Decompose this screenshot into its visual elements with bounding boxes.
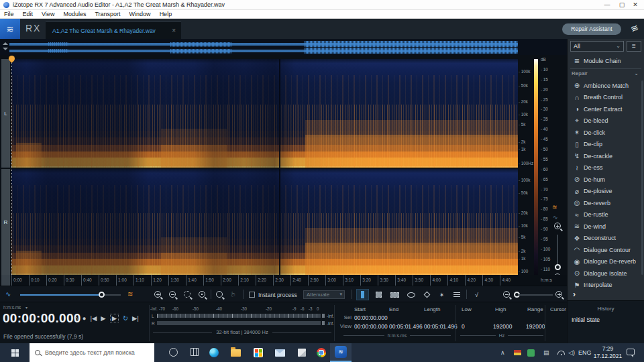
- tray-green-app-icon[interactable]: [527, 349, 535, 357]
- minimize-button[interactable]: —: [600, 0, 614, 10]
- menu-item[interactable]: Help: [160, 11, 172, 17]
- playhead[interactable]: [11, 57, 12, 275]
- lasso-tool[interactable]: [405, 290, 417, 300]
- time-format-label[interactable]: h:m:s.ms: [3, 305, 21, 310]
- tray-keyboard-icon[interactable]: ▤: [543, 349, 549, 356]
- menu-item[interactable]: View: [42, 11, 54, 17]
- module-item[interactable]: ∩ Breath Control: [570, 92, 641, 104]
- tab-close-icon[interactable]: ×: [172, 27, 176, 34]
- zoom-in-button[interactable]: [154, 291, 161, 298]
- spectrogram-left-channel[interactable]: [11, 59, 518, 168]
- hand-tool-button[interactable]: ☞: [229, 291, 237, 297]
- grey-app-icon[interactable]: [298, 349, 306, 357]
- zoom-reset-button[interactable]: [199, 291, 205, 298]
- sidebar-scrollbar[interactable]: [641, 80, 643, 275]
- horizontal-zoom-out-button[interactable]: [503, 291, 510, 298]
- cortana-icon[interactable]: [169, 348, 178, 357]
- overview-collapse-icon[interactable]: [2, 42, 9, 52]
- repair-assistant-button[interactable]: Repair Assistant: [562, 23, 621, 35]
- instant-process-checkbox[interactable]: [249, 292, 255, 298]
- spectrogram-view-icon[interactable]: ≋: [552, 204, 557, 210]
- module-item[interactable]: ⊘ De-hum: [570, 174, 641, 186]
- zoom-out-button[interactable]: [169, 291, 176, 298]
- level-meters[interactable]: -Inf. -70 -60 -50 -40 -30 -20 -9 -6 -3 0…: [149, 302, 335, 344]
- zoom-selection-button[interactable]: [184, 291, 191, 298]
- module-item[interactable]: ↯ De-crackle: [570, 150, 641, 162]
- view-length-value[interactable]: 00:05:01.496: [424, 323, 458, 330]
- module-item[interactable]: ▯ De-clip: [570, 139, 641, 151]
- view-high-value[interactable]: 192000: [493, 323, 512, 330]
- module-chain-item[interactable]: ≣ Module Chain: [570, 55, 643, 66]
- module-item[interactable]: ✶ De-click: [570, 127, 641, 139]
- menu-item[interactable]: Edit: [23, 11, 34, 17]
- clock[interactable]: 7:29 17.12.2021: [592, 345, 624, 360]
- tray-flag-icon[interactable]: [514, 350, 521, 355]
- blend-slider[interactable]: [20, 294, 121, 296]
- playhead-time-display[interactable]: 00:00:00.000: [3, 311, 81, 326]
- horizontal-zoom-in-button[interactable]: [555, 291, 562, 298]
- maximize-button[interactable]: ▢: [614, 0, 629, 10]
- vertical-zoom-in-button[interactable]: [554, 223, 561, 229]
- channel-strip-right[interactable]: R: [1, 169, 10, 275]
- module-item[interactable]: ◉ Dialogue De-reverb: [570, 256, 641, 268]
- go-to-start-button[interactable]: |◀: [91, 314, 97, 322]
- expand-modules-chevron[interactable]: ›: [573, 290, 576, 299]
- module-item[interactable]: ≋ De-wind: [570, 221, 641, 233]
- file-explorer-icon[interactable]: [231, 349, 241, 357]
- time-selection-tool[interactable]: [357, 290, 368, 300]
- tray-expand-chevron[interactable]: ∧: [500, 349, 505, 356]
- record-button[interactable]: ●: [83, 314, 87, 322]
- view-range-value[interactable]: 192000: [526, 323, 545, 330]
- frequency-selection-tool[interactable]: [389, 290, 400, 300]
- view-start-value[interactable]: 00:00:00.000: [354, 323, 388, 330]
- blend-slider-handle[interactable]: [99, 292, 105, 298]
- language-indicator[interactable]: ENG: [578, 349, 592, 356]
- taskbar-search[interactable]: [30, 343, 154, 362]
- module-filter-dropdown[interactable]: All ⌄: [570, 41, 624, 52]
- volume-icon[interactable]: ◁): [568, 349, 575, 356]
- channel-strip-left[interactable]: L: [1, 59, 10, 168]
- rx-taskbar-icon-active[interactable]: ≋: [330, 343, 352, 362]
- module-item[interactable]: ◎ De-reverb: [570, 197, 641, 209]
- harmonics-selection-tool[interactable]: [451, 290, 462, 300]
- vertical-zoom-handle[interactable]: [555, 264, 561, 270]
- magnify-tool-button[interactable]: [216, 291, 223, 298]
- waveform-overview[interactable]: [0, 39, 567, 55]
- microsoft-logo-icon[interactable]: [254, 348, 263, 357]
- brush-tool[interactable]: [421, 290, 433, 300]
- process-mode-dropdown[interactable]: Attenuate ▾: [303, 290, 345, 299]
- declick-node-tool[interactable]: √: [471, 290, 482, 300]
- wifi-icon[interactable]: [557, 351, 565, 355]
- history-item[interactable]: Initial State: [572, 316, 644, 323]
- sel-start-value[interactable]: 00:00:00.000: [354, 314, 388, 321]
- monitor-button[interactable]: ∩: [74, 314, 78, 322]
- search-input[interactable]: [45, 349, 152, 356]
- horizontal-zoom-slider[interactable]: [518, 294, 553, 296]
- vertical-zoom-slider[interactable]: [557, 235, 558, 267]
- module-item[interactable]: ⌖ De-bleed: [570, 115, 641, 127]
- menu-item[interactable]: File: [4, 11, 14, 17]
- module-item[interactable]: ⊕ Ambience Match: [570, 80, 641, 92]
- play-button[interactable]: ▶: [101, 314, 105, 322]
- edge-icon[interactable]: [209, 348, 219, 357]
- module-menu-button[interactable]: ≡: [627, 41, 641, 52]
- file-tab[interactable]: A1,A2 The Great Marsh & Rhayader.wav ×: [46, 21, 181, 39]
- magic-wand-tool[interactable]: ✶: [436, 290, 447, 300]
- module-item[interactable]: ❖ Deconstruct: [570, 233, 641, 245]
- close-button[interactable]: ✕: [628, 0, 643, 10]
- menu-item[interactable]: Transport: [95, 11, 120, 17]
- module-item[interactable]: ◑ Center Extract: [570, 103, 641, 115]
- spectrogram-right-channel[interactable]: [11, 169, 518, 275]
- waveform-view-icon[interactable]: ∿: [553, 214, 558, 221]
- time-frequency-selection-tool[interactable]: [373, 290, 384, 300]
- module-item[interactable]: ≈ De-rustle: [570, 209, 641, 221]
- module-item[interactable]: ⚑ Interpolate: [570, 280, 641, 292]
- module-item[interactable]: ◠ Dialogue Contour: [570, 244, 641, 256]
- menu-item[interactable]: Modules: [63, 11, 86, 17]
- notification-icon[interactable]: [627, 349, 635, 355]
- module-item[interactable]: ⌀ De-plosive: [570, 186, 641, 198]
- go-to-end-button[interactable]: ▶|: [132, 314, 139, 322]
- view-end-value[interactable]: 00:05:01.496: [389, 323, 423, 330]
- chrome-icon[interactable]: [317, 348, 326, 357]
- start-button[interactable]: [0, 343, 30, 362]
